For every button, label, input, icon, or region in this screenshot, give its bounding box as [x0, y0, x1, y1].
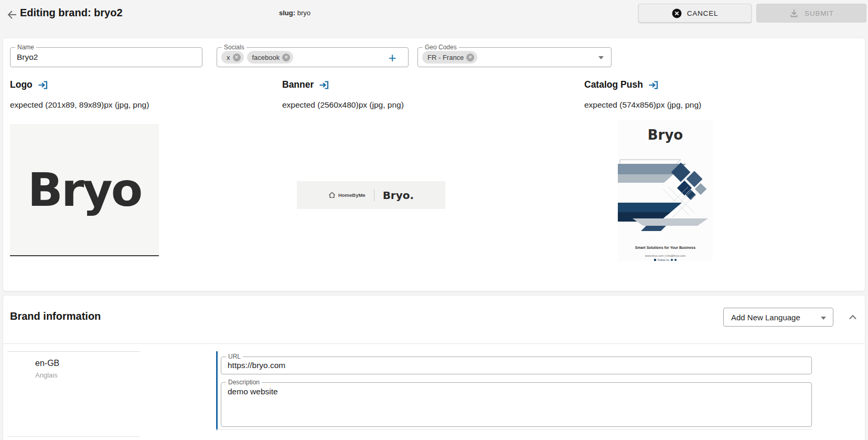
- social-dot-icon: [674, 259, 677, 261]
- active-language-indicator: [216, 351, 218, 430]
- catalog-expected-text: expected (574x856)px (jpg, png): [584, 100, 701, 110]
- slug-label: slug:: [279, 9, 295, 17]
- back-button[interactable]: [4, 7, 19, 22]
- language-name: Anglais: [35, 371, 58, 379]
- remove-chip-icon[interactable]: ✕: [233, 54, 241, 61]
- social-square-icon: [654, 259, 656, 261]
- banner-expected-text: expected (2560x480)px (jpg, png): [282, 100, 404, 110]
- add-new-language-label: Add New Language: [724, 313, 800, 322]
- next-language-row-divider: [7, 436, 140, 437]
- dropdown-arrow-icon: [821, 317, 826, 320]
- banner-section-title: Banner: [282, 79, 314, 90]
- logo-expected-text: expected (201x89, 89x89)px (jpg, png): [10, 100, 149, 110]
- upload-exit-icon[interactable]: [37, 79, 48, 90]
- brand-assets-card: Name Socials x ✕ facebook ✕ + Geo Codes: [3, 38, 865, 291]
- name-input[interactable]: [10, 48, 202, 67]
- name-field[interactable]: Name: [10, 47, 202, 67]
- slug: slug: bryo: [279, 9, 310, 17]
- house-icon: [328, 192, 336, 198]
- logo-section-header: Logo: [10, 79, 48, 90]
- language-form-divider: [216, 429, 812, 429]
- social-chip-facebook-label: facebook: [252, 54, 280, 61]
- remove-chip-icon[interactable]: ✕: [282, 54, 290, 61]
- language-code: en-GB: [35, 359, 59, 368]
- socials-field[interactable]: Socials x ✕ facebook ✕ +: [217, 47, 409, 67]
- add-social-button[interactable]: +: [385, 50, 400, 65]
- add-new-language-select[interactable]: Add New Language: [723, 308, 833, 327]
- description-textarea[interactable]: [221, 383, 811, 426]
- upload-exit-icon[interactable]: [648, 79, 659, 90]
- back-arrow-icon: [6, 9, 17, 20]
- cancel-label: CANCEL: [687, 9, 719, 17]
- language-row-divider: [7, 351, 140, 352]
- upload-exit-icon[interactable]: [318, 79, 329, 90]
- geo-codes-field[interactable]: Geo Codes FR - France ✕: [417, 47, 612, 67]
- remove-chip-icon[interactable]: ✕: [466, 54, 474, 61]
- submit-button[interactable]: SUBMIT: [756, 4, 866, 23]
- logo-image[interactable]: Bryo: [10, 124, 159, 256]
- social-chip-x-label: x: [227, 54, 230, 61]
- close-circle-icon: [672, 8, 682, 18]
- logo-section-title: Logo: [10, 79, 33, 90]
- banner-brand-text: Bryo.: [383, 189, 414, 202]
- catalog-push-section-header: Catalog Push: [584, 79, 659, 90]
- chevron-up-icon: [849, 315, 857, 320]
- brand-edit-page: Editing brand: bryo2 slug: bryo CANCEL S…: [0, 0, 868, 440]
- slug-value: bryo: [297, 9, 310, 17]
- description-field[interactable]: Description: [221, 382, 812, 427]
- social-chip-x[interactable]: x ✕: [221, 51, 244, 64]
- banner-section-header: Banner: [282, 79, 329, 90]
- catalog-contact: www.bryo.com | info@bryo.com: [618, 254, 713, 257]
- social-chip-facebook[interactable]: facebook ✕: [247, 51, 294, 64]
- catalog-tagline: Smart Solutions for Your Business: [618, 246, 713, 249]
- catalog-push-image[interactable]: Bryo Smart Solutions for Yo: [618, 120, 713, 261]
- socials-chip-row: x ✕ facebook ✕: [221, 48, 293, 67]
- logo-image-text: Bryo: [28, 163, 141, 217]
- geo-chip-fr-label: FR - France: [427, 54, 464, 61]
- submit-label: SUBMIT: [805, 9, 834, 17]
- social-dot-icon: [671, 259, 673, 261]
- catalog-abstract-art: [618, 152, 713, 232]
- homebyme-label: HomeByMe: [338, 192, 366, 198]
- catalog-follow-label: Follow Us: [658, 258, 669, 261]
- catalog-push-section-title: Catalog Push: [584, 79, 643, 90]
- banner-separator: [374, 190, 374, 201]
- cancel-button[interactable]: CANCEL: [638, 4, 752, 23]
- url-field[interactable]: URL: [221, 357, 812, 374]
- page-title: Editing brand: bryo2: [20, 7, 123, 19]
- catalog-image-title: Bryo: [618, 127, 713, 143]
- collapse-section-button[interactable]: [845, 309, 861, 325]
- brand-information-card: Brand information Add New Language en-GB…: [3, 295, 865, 440]
- section-divider: [3, 343, 865, 344]
- url-input[interactable]: [221, 357, 811, 374]
- topbar: Editing brand: bryo2 slug: bryo CANCEL S…: [0, 0, 868, 37]
- geo-chip-row: FR - France ✕: [422, 48, 477, 67]
- catalog-follow: Follow Us: [618, 258, 713, 261]
- homebyme-logo: HomeByMe: [328, 192, 366, 198]
- brand-information-title: Brand information: [10, 310, 101, 322]
- geo-chip-fr[interactable]: FR - France ✕: [422, 51, 477, 64]
- dropdown-arrow-icon[interactable]: [598, 56, 604, 59]
- download-icon: [789, 8, 799, 18]
- banner-image[interactable]: HomeByMe Bryo.: [297, 181, 445, 209]
